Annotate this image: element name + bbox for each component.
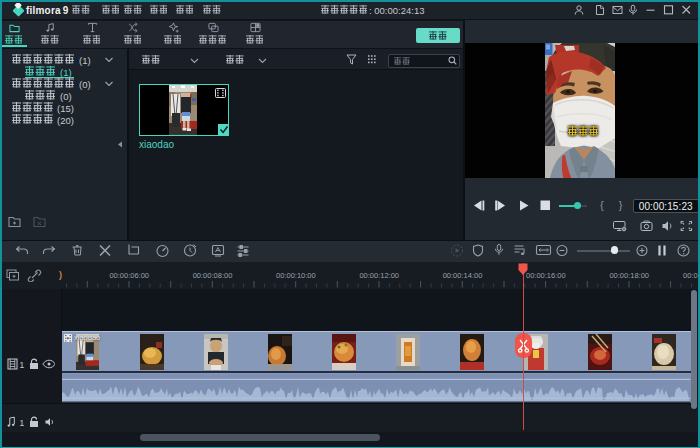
svg-text:1: 1 [20, 418, 25, 428]
svg-text:1: 1 [20, 360, 25, 370]
